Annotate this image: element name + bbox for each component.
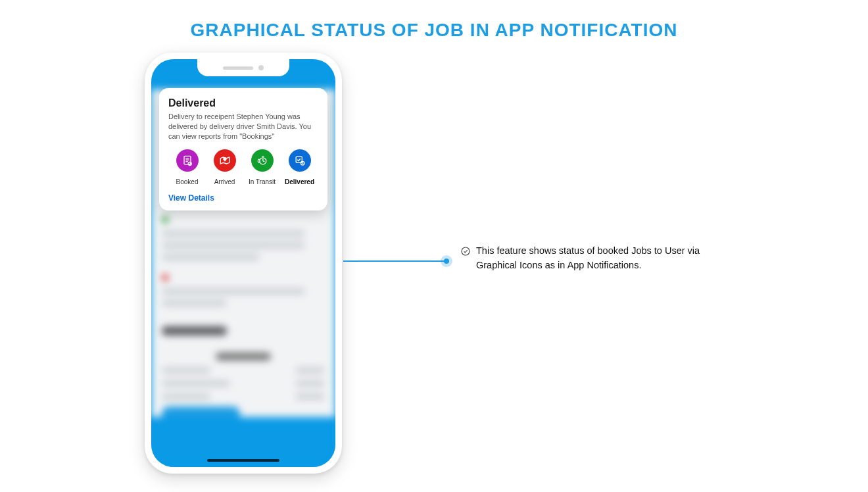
page-title: GRAPHICAL STATUS OF JOB IN APP NOTIFICAT… bbox=[0, 20, 868, 41]
status-label: Delivered bbox=[281, 178, 318, 185]
svg-point-5 bbox=[224, 158, 226, 159]
callout-text: This feature shows status of booked Jobs… bbox=[476, 243, 723, 273]
map-pin-icon bbox=[214, 149, 236, 172]
receipt-icon bbox=[176, 149, 199, 172]
callout-bullet bbox=[441, 255, 452, 267]
notification-title: Delivered bbox=[168, 97, 318, 109]
svg-point-15 bbox=[462, 247, 470, 255]
phone-screen: Delivered Delivery to receipent Stephen … bbox=[151, 59, 335, 467]
status-label: In Transit bbox=[243, 178, 281, 185]
callout-connector-line bbox=[343, 260, 447, 262]
home-indicator bbox=[207, 459, 279, 462]
status-row: Booked Arrived bbox=[168, 149, 318, 185]
status-arrived: Arrived bbox=[206, 149, 243, 185]
status-delivered: Delivered bbox=[281, 149, 318, 185]
notification-card: Delivered Delivery to receipent Stephen … bbox=[159, 88, 327, 210]
phone-notch bbox=[197, 59, 289, 76]
svg-line-8 bbox=[262, 160, 264, 161]
status-label: Arrived bbox=[206, 178, 243, 185]
status-booked: Booked bbox=[168, 149, 206, 185]
stopwatch-icon bbox=[251, 149, 274, 172]
notification-description: Delivery to receipent Stephen Young was … bbox=[168, 112, 318, 141]
status-label: Booked bbox=[168, 178, 206, 185]
check-circle-icon bbox=[460, 246, 471, 273]
callout-block: This feature shows status of booked Jobs… bbox=[460, 243, 723, 273]
view-details-link[interactable]: View Details bbox=[168, 193, 318, 203]
phone-mockup: Delivered Delivery to receipent Stephen … bbox=[145, 53, 342, 474]
status-in-transit: In Transit bbox=[243, 149, 281, 185]
package-ok-icon bbox=[289, 149, 311, 172]
